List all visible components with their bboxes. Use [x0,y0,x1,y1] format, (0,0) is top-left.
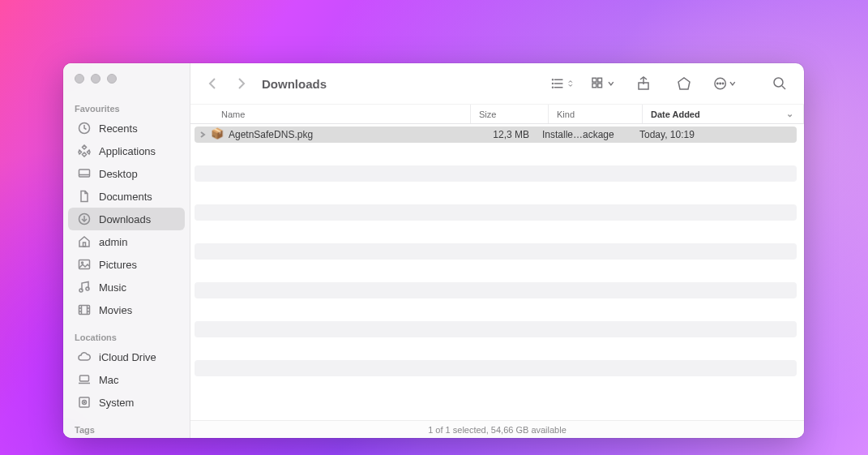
sidebar-item-admin[interactable]: admin [68,230,185,253]
page-title: Downloads [262,77,327,91]
table-row[interactable] [195,263,797,279]
minimize-button[interactable] [91,74,100,84]
svg-rect-1 [79,170,90,177]
laptop-icon [78,373,91,386]
file-name: AgetnSafeDNS.pkg [229,129,313,140]
svg-rect-31 [598,84,602,88]
close-button[interactable] [75,74,84,84]
music-icon [78,281,91,294]
sidebar-item-label: Movies [99,304,132,316]
home-icon [78,235,91,248]
group-by-icon[interactable] [592,72,614,95]
svg-point-25 [552,79,553,80]
main-pane: Downloads [190,63,804,438]
table-row[interactable] [195,360,797,376]
sidebar-item-label: Pictures [99,259,137,271]
table-row[interactable]: 📦AgetnSafeDNS.pkg12,3 MBInstalle…ackageT… [195,127,797,143]
sidebar-item-music[interactable]: Music [68,276,185,298]
sidebar-section-label: Tags [63,423,190,438]
clock-icon [78,122,91,135]
movie-icon [78,303,91,316]
file-list[interactable]: 📦AgetnSafeDNS.pkg12,3 MBInstalle…ackageT… [190,124,804,420]
toolbar: Downloads [190,63,804,105]
sidebar-item-label: Music [99,281,126,294]
table-row[interactable] [195,185,797,201]
svg-point-8 [79,289,83,292]
file-date: Today, 10:19 [631,129,797,140]
sidebar-item-label: Downloads [99,213,151,225]
table-row[interactable] [195,165,797,182]
cloud-icon [78,350,91,363]
file-size: 12,3 MB [460,129,537,140]
svg-rect-17 [80,376,89,381]
table-row[interactable] [195,204,797,221]
file-kind: Installe…ackage [537,129,631,140]
sidebar-item-label: admin [99,236,127,248]
sidebar-item-desktop[interactable]: Desktop [68,162,185,185]
search-icon[interactable] [768,72,791,95]
share-icon[interactable] [632,72,655,95]
sidebar-item-downloads[interactable]: Downloads [68,208,185,230]
view-list-icon[interactable] [551,72,574,95]
col-name[interactable]: Name [190,105,471,123]
sidebar-item-label: Documents [99,191,152,203]
svg-rect-28 [592,78,596,82]
column-header[interactable]: Name Size Kind Date Added ⌄ [190,105,804,124]
forward-button[interactable] [231,74,250,93]
sidebar-item-system[interactable]: System [68,391,185,414]
table-row[interactable] [195,302,797,318]
table-row[interactable] [195,282,797,298]
svg-point-37 [774,78,783,87]
svg-point-34 [717,83,719,84]
sidebar-item-pictures[interactable]: Pictures [68,253,185,276]
tags-icon[interactable] [673,72,695,95]
sidebar-item-label: Mac [99,374,119,386]
disk-icon [78,396,91,409]
table-row[interactable] [195,224,797,240]
sidebar-item-applications[interactable]: Applications [68,140,185,162]
desktop-icon [78,167,91,180]
sidebar-item-recents[interactable]: Recents [68,117,185,140]
picture-icon [78,258,91,271]
sidebar-item-label: Recents [99,122,138,135]
sidebar-item-label: System [99,397,134,409]
actions-icon[interactable] [713,72,736,95]
apps-icon [78,144,91,157]
download-icon [78,212,91,225]
col-date-added[interactable]: Date Added ⌄ [643,105,804,123]
svg-point-26 [552,84,553,84]
package-icon: 📦 [211,128,224,141]
back-button[interactable] [203,74,223,93]
col-kind[interactable]: Kind [549,105,643,123]
sidebar-section-label: Locations [63,331,190,346]
disclosure-arrow[interactable] [199,129,211,140]
svg-point-21 [84,402,85,403]
svg-point-9 [86,287,89,290]
sidebar-section-label: Favourites [63,102,190,117]
zoom-button[interactable] [107,74,117,84]
sidebar-item-label: iCloud Drive [99,351,156,363]
svg-point-27 [552,87,553,88]
sidebar-item-label: Applications [99,145,156,157]
col-size[interactable]: Size [471,105,549,123]
svg-rect-10 [79,306,90,315]
finder-window: FavouritesRecentsApplicationsDesktopDocu… [63,63,804,438]
sidebar-item-label: Desktop [99,168,138,180]
status-bar: 1 of 1 selected, 54,66 GB available [190,420,804,438]
svg-rect-30 [592,84,596,88]
sort-indicator: ⌄ [786,109,793,119]
table-row[interactable] [195,321,797,337]
sidebar-item-documents[interactable]: Documents [68,185,185,208]
table-row[interactable] [195,146,797,162]
document-icon [78,190,91,203]
svg-rect-5 [83,243,86,247]
svg-point-36 [722,83,724,84]
sidebar-item-icloud-drive[interactable]: iCloud Drive [68,346,185,368]
table-row[interactable] [195,243,797,260]
sidebar-item-mac[interactable]: Mac [68,368,185,391]
sidebar: FavouritesRecentsApplicationsDesktopDocu… [63,63,190,438]
window-controls[interactable] [63,74,190,102]
svg-point-35 [720,83,721,84]
table-row[interactable] [195,341,797,357]
sidebar-item-movies[interactable]: Movies [68,298,185,321]
